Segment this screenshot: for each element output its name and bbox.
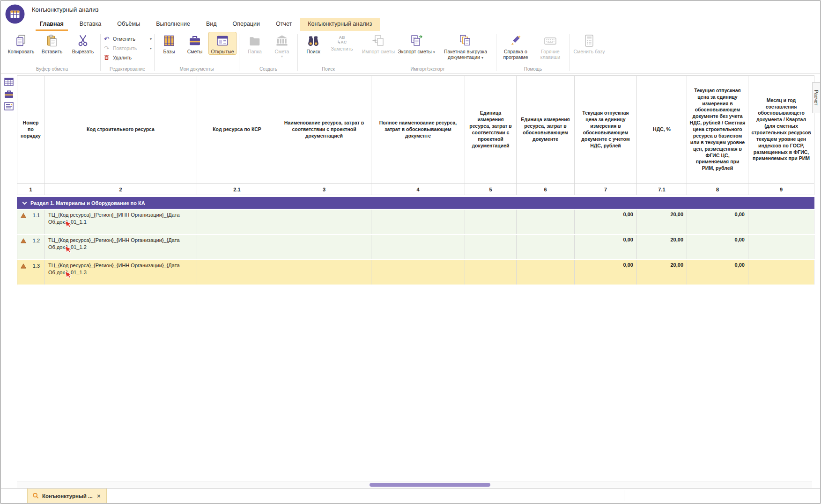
table-row[interactable]: 1.2 ТЦ_{Код ресурса}_{Регион}_{ИНН Орган…: [17, 235, 814, 260]
table-cell[interactable]: [517, 210, 575, 234]
tab-konyunkturny-analiz[interactable]: Конъюнктурный анализ: [300, 18, 380, 31]
table-cell[interactable]: 1.1: [17, 210, 44, 234]
document-tab[interactable]: Конъюнктурный ... ×: [27, 489, 107, 503]
new-folder-button[interactable]: Папка: [242, 32, 268, 55]
section-row[interactable]: Раздел 1. Материалы и Оборудование по КА: [17, 197, 814, 209]
column-header[interactable]: Месяц и год составления обосновывающего …: [748, 76, 814, 183]
table-view-icon[interactable]: [4, 77, 14, 87]
table-cell[interactable]: [517, 235, 575, 259]
table-cell[interactable]: ТЦ_{Код ресурса}_{Регион}_{ИНН Организац…: [44, 210, 197, 234]
ribbon-group-clipboard: Копировать Вставить Вырезать Буфер обмен…: [4, 32, 100, 73]
group-label-import-export: Импорт/экспорт: [362, 66, 494, 73]
table-cell[interactable]: ТЦ_{Код ресурса}_{Регион}_{ИНН Организац…: [44, 260, 197, 285]
tab-operacii[interactable]: Операции: [225, 18, 268, 31]
column-number: 2: [44, 184, 197, 195]
redo-button[interactable]: ↷ Повторить ▾: [103, 44, 152, 52]
side-tab-raschet[interactable]: Расчет: [812, 82, 820, 113]
table-cell[interactable]: 1.2: [17, 235, 44, 259]
table-cell[interactable]: [748, 210, 814, 234]
price-with-vat-cell[interactable]: 0,00: [575, 260, 637, 285]
replace-button[interactable]: AB ↳AC Заменить: [327, 32, 356, 52]
column-header[interactable]: Наименование ресурса, затрат в соответст…: [277, 76, 371, 183]
column-header[interactable]: Код строительного ресурса: [44, 76, 197, 183]
table-cell[interactable]: [197, 260, 277, 285]
tab-otchet[interactable]: Отчет: [268, 18, 300, 31]
undo-button[interactable]: ↶ Отменить ▾: [103, 35, 152, 43]
chevron-down-icon[interactable]: ▾: [281, 54, 283, 58]
column-header[interactable]: НДС, %: [637, 76, 687, 183]
tab-obyomy[interactable]: Объёмы: [109, 18, 148, 31]
column-header-label: Код ресурса по КСР: [213, 126, 261, 133]
undo-icon: ↶: [103, 36, 110, 42]
about-button[interactable]: Справка о программе: [499, 32, 533, 61]
briefcase-panel-icon[interactable]: [4, 89, 14, 99]
chevron-down-icon[interactable]: ▾: [433, 50, 435, 54]
find-button[interactable]: Поиск: [300, 32, 326, 55]
close-icon[interactable]: ×: [96, 492, 102, 500]
table-cell[interactable]: [277, 260, 371, 285]
vat-percent-cell[interactable]: 20,00: [637, 210, 687, 234]
chevron-down-icon[interactable]: ▾: [481, 56, 483, 60]
briefcase-icon: [188, 34, 202, 48]
ribbon-group-base: Сменить базу: [570, 32, 608, 73]
table-cell[interactable]: [748, 235, 814, 259]
hotkeys-button[interactable]: Горячие клавиши: [533, 32, 567, 61]
table-row-selected[interactable]: 1.3 ТЦ_{Код ресурса}_{Регион}_{ИНН Орган…: [17, 260, 814, 285]
batch-upload-button[interactable]: Пакетная выгрузка документации ▾: [437, 32, 494, 61]
tab-glavnaya[interactable]: Главная: [32, 18, 72, 31]
paste-button[interactable]: Вставить: [37, 32, 67, 55]
column-header[interactable]: Текущая отпускная цена за единицу измере…: [575, 76, 637, 183]
tab-vypolnenie[interactable]: Выполнение: [148, 18, 198, 31]
column-header[interactable]: Текущая отпускная цена за единицу измере…: [687, 76, 748, 183]
table-cell[interactable]: [517, 260, 575, 285]
horizontal-scrollbar[interactable]: [17, 482, 812, 488]
table-cell[interactable]: [748, 260, 814, 285]
list-panel-icon[interactable]: [4, 102, 14, 111]
column-header-label: Единица измерения ресурса, затрат в обос…: [519, 117, 572, 142]
table-row[interactable]: 1.1 ТЦ_{Код ресурса}_{Регион}_{ИНН Орган…: [17, 210, 814, 235]
price-without-vat-cell[interactable]: 0,00: [687, 210, 748, 234]
table-cell[interactable]: [371, 235, 465, 259]
estimates-button[interactable]: Сметы: [182, 32, 207, 55]
cut-button[interactable]: Вырезать: [68, 32, 98, 55]
chevron-down-icon[interactable]: ▾: [150, 46, 152, 51]
table-cell[interactable]: [465, 235, 517, 259]
import-estimate-button[interactable]: Импорт сметы: [362, 32, 395, 55]
tab-vstavka[interactable]: Вставка: [72, 18, 109, 31]
vat-percent-cell[interactable]: 20,00: [637, 235, 687, 259]
table-cell[interactable]: ТЦ_{Код ресурса}_{Регион}_{ИНН Организац…: [44, 235, 197, 259]
table-cell[interactable]: [371, 210, 465, 234]
table-cell[interactable]: [465, 210, 517, 234]
table-cell[interactable]: [465, 260, 517, 285]
import-icon: [371, 34, 385, 48]
change-base-button[interactable]: Сменить базу: [572, 32, 606, 55]
row-number: 1.3: [33, 263, 40, 269]
column-header-label: НДС, %: [653, 126, 671, 133]
table-cell[interactable]: [197, 235, 277, 259]
export-estimate-button[interactable]: Экспорт сметы ▾: [396, 32, 436, 55]
column-header[interactable]: Номер по порядку: [17, 76, 44, 183]
tab-vid[interactable]: Вид: [198, 18, 225, 31]
chevron-down-icon[interactable]: ▾: [150, 37, 152, 41]
new-estimate-button[interactable]: Смета ▾: [269, 32, 295, 59]
chevron-down-icon[interactable]: [22, 200, 27, 205]
table-cell[interactable]: [197, 210, 277, 234]
column-header[interactable]: Единица измерения ресурса, затрат в соот…: [465, 76, 517, 183]
vat-percent-cell[interactable]: 20,00: [637, 260, 687, 285]
column-header[interactable]: Единица измерения ресурса, затрат в обос…: [517, 76, 575, 183]
price-without-vat-cell[interactable]: 0,00: [687, 235, 748, 259]
table-cell[interactable]: [277, 210, 371, 234]
table-cell[interactable]: 1.3: [17, 260, 44, 285]
price-with-vat-cell[interactable]: 0,00: [575, 235, 637, 259]
copy-button[interactable]: Копировать: [6, 32, 36, 55]
column-header[interactable]: Код ресурса по КСР: [197, 76, 277, 183]
scrollbar-thumb[interactable]: [370, 483, 490, 487]
column-header[interactable]: Полное наименование ресурса, затрат в об…: [371, 76, 465, 183]
bases-button[interactable]: Базы: [157, 32, 181, 55]
table-cell[interactable]: [371, 260, 465, 285]
table-cell[interactable]: [277, 235, 371, 259]
delete-button[interactable]: Удалить: [103, 54, 152, 61]
price-without-vat-cell[interactable]: 0,00: [687, 260, 748, 285]
price-with-vat-cell[interactable]: 0,00: [575, 210, 637, 234]
open-documents-button[interactable]: Открытые: [208, 32, 237, 55]
